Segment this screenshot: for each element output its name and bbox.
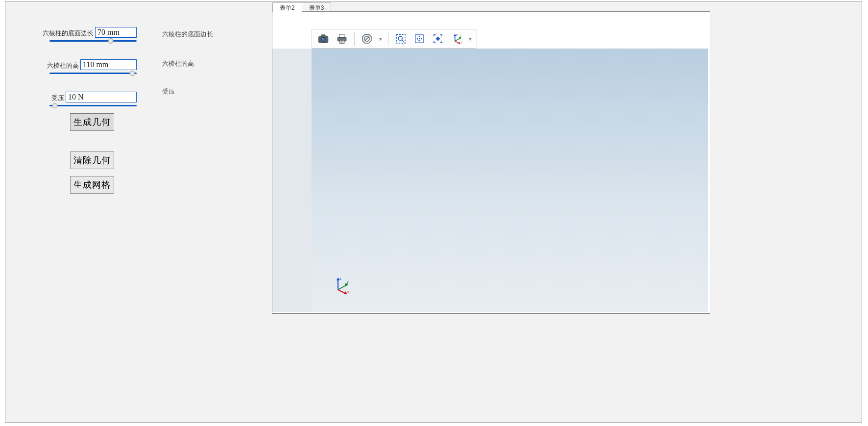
- no-entry-dropdown[interactable]: ▼: [377, 31, 384, 47]
- svg-rect-1: [321, 35, 325, 37]
- toolbar-separator: [354, 32, 355, 46]
- slider-thumb[interactable]: [130, 71, 135, 76]
- param-row-pressure: 受压: [5, 92, 294, 109]
- svg-line-15: [402, 40, 404, 42]
- svg-text:x: x: [460, 41, 462, 44]
- toolbar-separator: [388, 32, 388, 46]
- param-row-height: 六棱柱的高: [5, 59, 294, 77]
- pan-icon[interactable]: [411, 31, 428, 47]
- svg-point-3: [322, 38, 325, 41]
- slider-thumb[interactable]: [52, 103, 57, 108]
- slider-pressure[interactable]: [49, 102, 137, 109]
- slider-track: [49, 105, 137, 106]
- orientation-triad: z y x: [332, 276, 352, 296]
- axes-dropdown[interactable]: ▼: [467, 31, 474, 47]
- param-row-base-edge: 六棱柱的底面边长: [5, 27, 294, 45]
- tab-bar: 表单2 表单3: [272, 1, 331, 12]
- tab-form2[interactable]: 表单2: [272, 2, 302, 12]
- slider-thumb[interactable]: [108, 38, 113, 44]
- generate-mesh-button[interactable]: 生成网格: [70, 176, 114, 194]
- svg-rect-6: [339, 34, 344, 38]
- input-height[interactable]: [80, 59, 137, 70]
- generate-geometry-button[interactable]: 生成几何: [70, 113, 114, 131]
- axes-icon[interactable]: z y x: [448, 31, 465, 47]
- fit-icon[interactable]: [430, 31, 446, 47]
- viewport-frame: ▼: [272, 11, 710, 314]
- no-entry-icon[interactable]: [359, 31, 375, 47]
- slider-height[interactable]: [49, 70, 137, 77]
- svg-text:x: x: [347, 290, 349, 294]
- print-icon[interactable]: [334, 31, 350, 47]
- svg-text:z: z: [456, 33, 458, 36]
- camera-icon[interactable]: [315, 31, 332, 47]
- input-pressure[interactable]: [66, 92, 137, 102]
- svg-point-17: [419, 38, 420, 39]
- svg-text:y: y: [347, 279, 349, 284]
- label-pressure: 受压: [5, 94, 64, 102]
- echo-base-edge: 六棱柱的底面边长: [162, 30, 213, 39]
- viewport-left-margin: [272, 49, 312, 312]
- echo-pressure: 受压: [162, 87, 175, 96]
- label-height: 六棱柱的高: [5, 61, 79, 70]
- viewport-toolbar: ▼: [312, 29, 477, 49]
- slider-base-edge[interactable]: [49, 38, 137, 45]
- app-frame: 六棱柱的底面边长 六棱柱的高 受压 六棱柱的底面: [5, 1, 862, 423]
- left-parameter-panel: 六棱柱的底面边长 六棱柱的高 受压 六棱柱的底面: [5, 1, 294, 422]
- slider-track: [49, 73, 137, 74]
- svg-rect-7: [339, 40, 344, 44]
- svg-point-14: [398, 36, 402, 40]
- label-base-edge: 六棱柱的底面边长: [5, 29, 94, 38]
- svg-point-4: [322, 38, 323, 39]
- clear-geometry-button[interactable]: 清除几何: [70, 151, 114, 169]
- tab-form3[interactable]: 表单3: [302, 2, 332, 12]
- svg-text:z: z: [339, 276, 341, 281]
- input-base-edge[interactable]: [95, 27, 137, 38]
- zoom-box-icon[interactable]: [392, 31, 409, 47]
- slider-track: [49, 40, 137, 42]
- svg-rect-18: [435, 36, 440, 41]
- viewport-canvas[interactable]: [312, 49, 708, 312]
- svg-text:y: y: [460, 34, 461, 37]
- echo-height: 六棱柱的高: [162, 59, 194, 68]
